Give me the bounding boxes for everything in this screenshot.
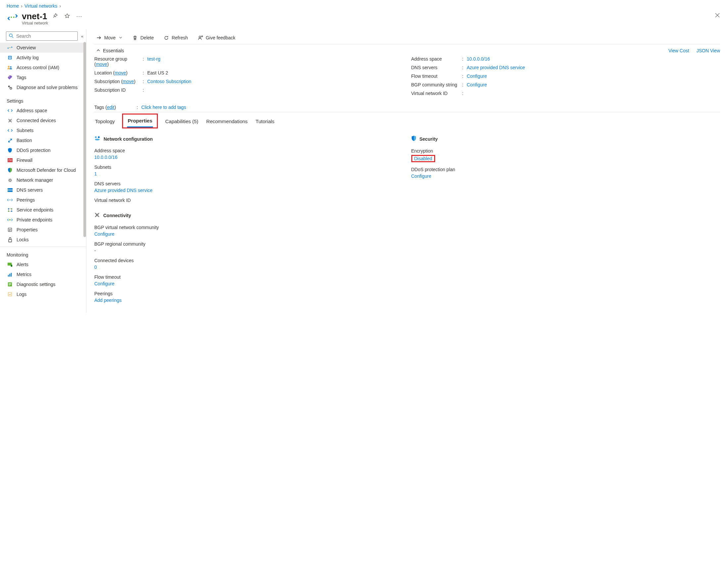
subnets-icon [7, 128, 13, 133]
nav-label: Tags [16, 75, 26, 80]
svg-point-24 [9, 200, 10, 200]
breadcrumb-home[interactable]: Home [7, 3, 19, 9]
add-tags-link[interactable]: Click here to add tags [141, 104, 186, 110]
breadcrumb: Home › Virtual networks › [0, 0, 728, 9]
move-sub-link[interactable]: move [123, 79, 134, 84]
ess-ft-value[interactable]: Configure [467, 73, 487, 79]
bgpv-value[interactable]: Configure [94, 231, 114, 237]
ess-bgp-value[interactable]: Configure [467, 82, 487, 87]
nav-bastion[interactable]: Bastion [0, 135, 86, 145]
ess-loc-value: East US 2 [147, 70, 403, 75]
search-box[interactable] [6, 31, 78, 41]
nav-peerings[interactable]: Peerings [0, 195, 86, 205]
tab-capabilities[interactable]: Capabilities (5) [164, 115, 199, 127]
close-button[interactable] [714, 11, 721, 20]
delete-button[interactable]: Delete [131, 35, 156, 41]
refresh-button[interactable]: Refresh [162, 35, 190, 41]
ddos-value[interactable]: Configure [411, 173, 431, 179]
svg-point-19 [9, 179, 11, 181]
bastion-icon [7, 138, 13, 143]
svg-rect-33 [11, 265, 12, 267]
nav-logs[interactable]: Logs [0, 289, 86, 299]
nav-connected-devices[interactable]: Connected devices [0, 116, 86, 126]
tab-topology[interactable]: Topology [94, 115, 115, 127]
bgpr-value: - [94, 248, 403, 253]
nav-subnets[interactable]: Subnets [0, 126, 86, 135]
nav-access-control[interactable]: Access control (IAM) [0, 63, 86, 72]
ess-sub-value[interactable]: Contoso Subscription [147, 79, 191, 84]
essentials-toggle[interactable]: Essentials [94, 48, 126, 54]
nav-metrics[interactable]: Metrics [0, 270, 86, 279]
as-value[interactable]: 10.0.0.0/16 [94, 155, 117, 160]
more-button[interactable]: ··· [75, 12, 84, 21]
encryption-value[interactable]: Disabled [414, 156, 432, 161]
tab-properties[interactable]: Properties [127, 115, 153, 128]
vnetid-label: Virtual network ID [94, 198, 403, 203]
subnets-value[interactable]: 1 [94, 171, 97, 176]
move-loc-link[interactable]: move [115, 70, 126, 75]
ess-rg-value[interactable]: test-rg [147, 56, 160, 62]
ess-sub-label: Subscription (move) [94, 79, 141, 84]
connected-devices-icon [7, 118, 13, 123]
tab-recommendations[interactable]: Recommendations [206, 115, 248, 127]
search-input[interactable] [15, 33, 75, 39]
favorite-button[interactable] [63, 12, 71, 21]
nav-locks[interactable]: Locks [0, 235, 86, 244]
peerings-icon [7, 197, 13, 203]
nav-network-manager[interactable]: Network manager [0, 175, 86, 185]
nav-label: Activity log [16, 55, 39, 60]
breadcrumb-virtual-networks[interactable]: Virtual networks [24, 3, 57, 9]
nav-diagnostic-settings[interactable]: Diagnostic settings [0, 279, 86, 289]
ft-value[interactable]: Configure [94, 281, 114, 286]
move-button[interactable]: Move [94, 35, 125, 41]
as-label: Address space [94, 148, 403, 153]
essentials-grid: Resource group (move):test-rg Location (… [94, 56, 720, 96]
nav-alerts[interactable]: Alerts [0, 260, 86, 270]
ess-dns-label: DNS servers [411, 65, 460, 70]
peer-value[interactable]: Add peerings [94, 298, 122, 303]
json-view-link[interactable]: JSON View [697, 48, 720, 53]
ess-as-value[interactable]: 10.0.0.0/16 [467, 56, 490, 62]
nav-label: Metrics [16, 272, 31, 277]
sidebar-scrollbar[interactable] [83, 42, 86, 313]
move-rg-link[interactable]: move [96, 62, 107, 67]
cd-value[interactable]: 0 [94, 265, 97, 270]
ellipsis-icon: ··· [76, 13, 82, 19]
nav-address-space[interactable]: Address space [0, 105, 86, 116]
svg-rect-14 [8, 158, 13, 162]
svg-point-1 [13, 16, 15, 18]
nav-ddos[interactable]: DDoS protection [0, 145, 86, 155]
nav-activity-log[interactable]: Activity log [0, 53, 86, 63]
ess-as-label: Address space [411, 56, 460, 62]
access-control-icon [7, 65, 13, 70]
delete-icon [132, 35, 138, 41]
properties-icon [7, 227, 13, 232]
view-cost-link[interactable]: View Cost [668, 48, 689, 53]
pin-button[interactable] [51, 12, 59, 21]
nav-tags[interactable]: Tags [0, 72, 86, 82]
ess-ft-label: Flow timeout [411, 73, 460, 79]
address-space-icon [7, 108, 13, 113]
tab-tutorials[interactable]: Tutorials [255, 115, 275, 127]
chevron-right-icon: › [59, 3, 61, 9]
nav-dns-servers[interactable]: DNS servers [0, 185, 86, 195]
edit-tags-link[interactable]: edit [107, 104, 114, 110]
nav-diagnose[interactable]: Diagnose and solve problems [0, 82, 86, 92]
collapse-sidebar-button[interactable]: « [80, 32, 85, 40]
feedback-button[interactable]: Give feedback [196, 35, 238, 41]
nav-defender[interactable]: Microsoft Defender for Cloud [0, 165, 86, 175]
nav-overview[interactable]: Overview [0, 43, 86, 53]
ess-dns-value[interactable]: Azure provided DNS service [467, 65, 525, 70]
nav-service-endpoints[interactable]: Service endpoints [0, 205, 86, 215]
nav-private-endpoints[interactable]: Private endpoints [0, 215, 86, 225]
private-endpoints-icon [7, 217, 13, 222]
nav-firewall[interactable]: Firewall [0, 155, 86, 165]
search-icon [9, 33, 14, 39]
nav-label: Overview [16, 45, 36, 50]
nav-label: Locks [16, 237, 29, 242]
move-icon [96, 35, 102, 41]
nav-properties[interactable]: Properties [0, 225, 86, 235]
dns-value[interactable]: Azure provided DNS service [94, 188, 153, 193]
activity-log-icon [7, 55, 13, 60]
svg-rect-40 [9, 285, 10, 285]
